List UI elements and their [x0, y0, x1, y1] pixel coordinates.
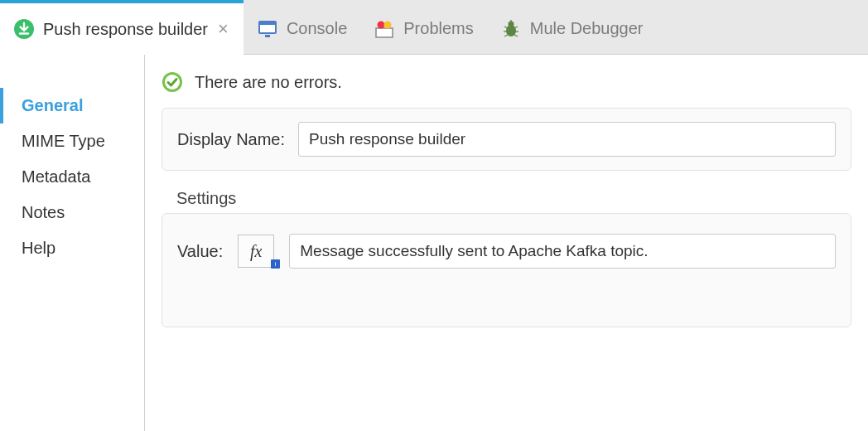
tab-label: Console	[287, 19, 347, 38]
sidebar-item-help[interactable]: Help	[0, 230, 144, 266]
main-panel: There are no errors. Display Name: Setti…	[145, 55, 868, 431]
display-name-panel: Display Name:	[162, 108, 851, 171]
settings-heading: Settings	[176, 189, 851, 208]
sidebar-item-metadata[interactable]: Metadata	[0, 159, 144, 195]
bug-icon	[500, 18, 522, 40]
sidebar-item-label: Notes	[22, 203, 65, 221]
svg-rect-4	[265, 35, 270, 37]
tab-problems[interactable]: Problems	[360, 0, 486, 54]
tab-label: Mule Debugger	[530, 19, 644, 38]
tab-bar: Push response builder × Console Problems	[0, 0, 868, 55]
sidebar-item-mime-type[interactable]: MIME Type	[0, 123, 144, 159]
svg-rect-5	[376, 28, 393, 37]
fx-label: fx	[250, 242, 262, 261]
console-icon	[257, 18, 278, 40]
svg-line-12	[514, 27, 518, 28]
tab-label: Push response builder	[43, 20, 208, 39]
sidebar-item-label: General	[22, 96, 83, 114]
fx-button[interactable]: fx i	[238, 235, 274, 268]
display-name-input[interactable]	[298, 122, 836, 157]
value-input[interactable]	[289, 234, 836, 269]
tab-label: Problems	[403, 19, 473, 38]
svg-line-11	[504, 27, 508, 28]
value-label: Value:	[177, 242, 223, 261]
tab-push-response-builder[interactable]: Push response builder ×	[0, 0, 244, 55]
settings-panel: Value: fx i	[162, 213, 851, 327]
svg-line-15	[504, 35, 508, 36]
check-icon	[162, 71, 183, 93]
sidebar-item-label: Help	[22, 239, 55, 257]
sidebar: General MIME Type Metadata Notes Help	[0, 55, 145, 431]
status-row: There are no errors.	[162, 66, 851, 108]
content-area: General MIME Type Metadata Notes Help Th…	[0, 55, 868, 431]
tab-mule-debugger[interactable]: Mule Debugger	[487, 0, 657, 54]
svg-point-7	[384, 21, 392, 28]
status-message: There are no errors.	[195, 73, 342, 92]
tab-console[interactable]: Console	[244, 0, 360, 54]
download-icon	[13, 18, 35, 40]
sidebar-item-label: MIME Type	[22, 132, 105, 150]
sidebar-item-general[interactable]: General	[0, 88, 144, 123]
display-name-label: Display Name:	[177, 130, 285, 149]
close-icon[interactable]: ×	[216, 20, 230, 38]
svg-point-6	[378, 21, 385, 28]
sidebar-item-notes[interactable]: Notes	[0, 195, 144, 230]
svg-line-16	[514, 35, 518, 36]
problems-icon	[374, 18, 395, 40]
svg-rect-3	[259, 22, 276, 25]
sidebar-item-label: Metadata	[22, 167, 90, 186]
info-icon: i	[271, 259, 280, 269]
